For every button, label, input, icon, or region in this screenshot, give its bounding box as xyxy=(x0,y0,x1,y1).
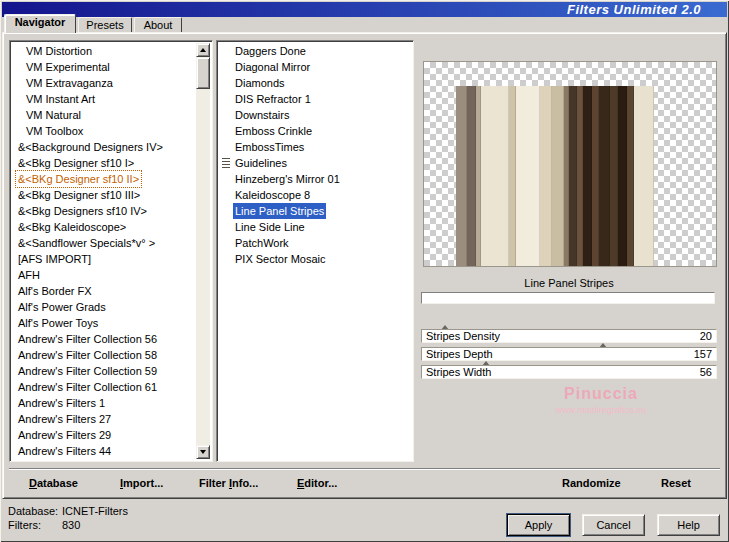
tab-presets[interactable]: Presets xyxy=(78,17,132,33)
category-label: &<Background Designers IV> xyxy=(16,139,165,155)
category-list-item[interactable]: Andrew's Filters 29 xyxy=(12,427,198,443)
filter-list-item[interactable]: Daggers Done xyxy=(219,43,411,59)
filter-label: Kaleidoscope 8 xyxy=(233,187,312,203)
category-list-item[interactable]: &<Bkg Designer sf10 I> xyxy=(12,155,198,171)
render-progress-bar xyxy=(421,292,715,304)
filter-list-item[interactable]: PatchWork xyxy=(219,235,411,251)
category-list-item[interactable]: &<Sandflower Specials*v° > xyxy=(12,235,198,251)
preview-stripe xyxy=(583,86,592,266)
filter-list-item[interactable]: Downstairs xyxy=(219,107,411,123)
category-scrollbar[interactable] xyxy=(196,43,210,459)
category-label: Andrew's Filter Collection 56 xyxy=(16,331,159,347)
category-list-item[interactable]: Alf's Power Grads xyxy=(12,299,198,315)
filter-list-item[interactable]: Line Side Line xyxy=(219,219,411,235)
filter-label: Hinzeberg's Mirror 01 xyxy=(233,171,342,187)
scrollbar-thumb[interactable] xyxy=(196,57,210,89)
tab-label: Navigator xyxy=(15,16,66,28)
param-list: Stripes Density20Stripes Depth157Stripes… xyxy=(421,325,717,379)
filter-label: Downstairs xyxy=(233,107,291,123)
preview-stripe xyxy=(467,86,476,266)
help-button[interactable]: Help xyxy=(657,514,720,536)
param-slider[interactable]: Stripes Depth157 xyxy=(421,347,717,361)
scroll-down-button[interactable] xyxy=(196,445,210,459)
category-label: &<Bkg Designer sf10 III> xyxy=(16,187,142,203)
category-list-item[interactable]: Andrew's Filter Collection 58 xyxy=(12,347,198,363)
filter-list-item[interactable]: Emboss Crinkle xyxy=(219,123,411,139)
category-label: &<Bkg Designer sf10 I> xyxy=(16,155,136,171)
filter-list-item[interactable]: Hinzeberg's Mirror 01 xyxy=(219,171,411,187)
param-slider[interactable]: Stripes Density20 xyxy=(421,329,717,343)
category-label: Alf's Border FX xyxy=(16,283,94,299)
param-label: Stripes Depth xyxy=(426,348,493,360)
category-list-item[interactable]: VM Instant Art xyxy=(12,91,198,107)
preview-stripe xyxy=(569,86,577,266)
category-list-item[interactable]: VM Natural xyxy=(12,107,198,123)
tab-label: About xyxy=(144,19,173,31)
database-button[interactable]: Database xyxy=(29,477,78,489)
category-list-item[interactable]: Andrew's Filters 27 xyxy=(12,411,198,427)
category-list-item[interactable]: VM Distortion xyxy=(12,43,198,59)
category-list-item[interactable]: Andrew's Filter Collection 56 xyxy=(12,331,198,347)
filter-list-item[interactable]: Diamonds xyxy=(219,75,411,91)
filter-label: Diamonds xyxy=(233,75,287,91)
filter-label: EmbossTimes xyxy=(233,139,306,155)
tab-about[interactable]: About xyxy=(134,17,182,33)
category-label: VM Distortion xyxy=(24,43,94,59)
filter-label: DIS Refractor 1 xyxy=(233,91,313,107)
preview-stripe xyxy=(540,86,552,266)
category-list-item[interactable]: VM Toolbox xyxy=(12,123,198,139)
category-list-item[interactable]: Alf's Border FX xyxy=(12,283,198,299)
preview-stripe xyxy=(509,86,516,266)
editor-button[interactable]: Editor... xyxy=(297,477,337,489)
reset-button[interactable]: Reset xyxy=(661,477,691,489)
category-label: &<Bkg Kaleidoscope> xyxy=(16,219,128,235)
filter-list-item[interactable]: DIS Refractor 1 xyxy=(219,91,411,107)
category-list-item[interactable]: Alf's Power Toys xyxy=(12,315,198,331)
import-button[interactable]: Import... xyxy=(120,477,163,489)
category-list-item[interactable]: &<BKg Designer sf10 II> xyxy=(12,171,198,187)
category-label: VM Instant Art xyxy=(24,91,97,107)
filter-list-item[interactable]: Diagonal Mirror xyxy=(219,59,411,75)
filter-list-item[interactable]: Guidelines xyxy=(219,155,411,171)
category-list-item[interactable]: &<Background Designers IV> xyxy=(12,139,198,155)
scroll-up-button[interactable] xyxy=(196,43,210,57)
category-list-item[interactable]: Andrew's Filters 1 xyxy=(12,395,198,411)
category-list-item[interactable]: &<Bkg Kaleidoscope> xyxy=(12,219,198,235)
watermark: Pinuccia www.maidiregrafica.eu xyxy=(471,385,729,415)
cancel-button[interactable]: Cancel xyxy=(582,514,645,536)
category-list-item[interactable]: AFH xyxy=(12,267,198,283)
filter-info-button[interactable]: Filter Info... xyxy=(199,477,258,489)
category-label: AFH xyxy=(16,267,42,283)
filter-list-item[interactable]: Line Panel Stripes xyxy=(219,203,411,219)
category-list-item[interactable]: &<Bkg Designer sf10 III> xyxy=(12,187,198,203)
param-value: 20 xyxy=(700,330,712,342)
filter-list-item[interactable]: EmbossTimes xyxy=(219,139,411,155)
filter-list-item[interactable]: Kaleidoscope 8 xyxy=(219,187,411,203)
category-label: Alf's Power Toys xyxy=(16,315,100,331)
category-list-item[interactable]: VM Experimental xyxy=(12,59,198,75)
param-label: Stripes Width xyxy=(426,366,491,378)
preview-area[interactable] xyxy=(423,61,717,267)
category-list-item[interactable]: VM Extravaganza xyxy=(12,75,198,91)
param-slider[interactable]: Stripes Width56 xyxy=(421,365,717,379)
category-list-item[interactable]: &<Bkg Designers sf10 IV> xyxy=(12,203,198,219)
param-row: Stripes Width56 xyxy=(421,361,717,379)
selected-filter-name: Line Panel Stripes xyxy=(421,277,717,289)
category-list-item[interactable]: Andrew's Filter Collection 59 xyxy=(12,363,198,379)
category-label: Andrew's Filters 44 xyxy=(16,443,113,459)
filter-list: Daggers DoneDiagonal MirrorDiamondsDIS R… xyxy=(219,43,411,459)
category-listbox: VM DistortionVM ExperimentalVM Extravaga… xyxy=(9,40,213,462)
category-list-item[interactable]: [AFS IMPORT] xyxy=(12,251,198,267)
preview-stripe xyxy=(592,86,599,266)
category-list-item[interactable]: Andrew's Filter Collection 61 xyxy=(12,379,198,395)
filter-label: Line Side Line xyxy=(233,219,307,235)
apply-button[interactable]: Apply xyxy=(507,514,570,536)
category-list-item[interactable]: Andrew's Filters 44 xyxy=(12,443,198,459)
tab-navigator[interactable]: Navigator xyxy=(4,14,76,33)
filter-list-item[interactable]: PIX Sector Mosaic xyxy=(219,251,411,267)
filter-label: Guidelines xyxy=(233,155,289,171)
button-text: atabase xyxy=(37,477,78,489)
preview-image xyxy=(456,86,654,266)
randomize-button[interactable]: Randomize xyxy=(562,477,621,489)
category-label: VM Toolbox xyxy=(24,123,85,139)
